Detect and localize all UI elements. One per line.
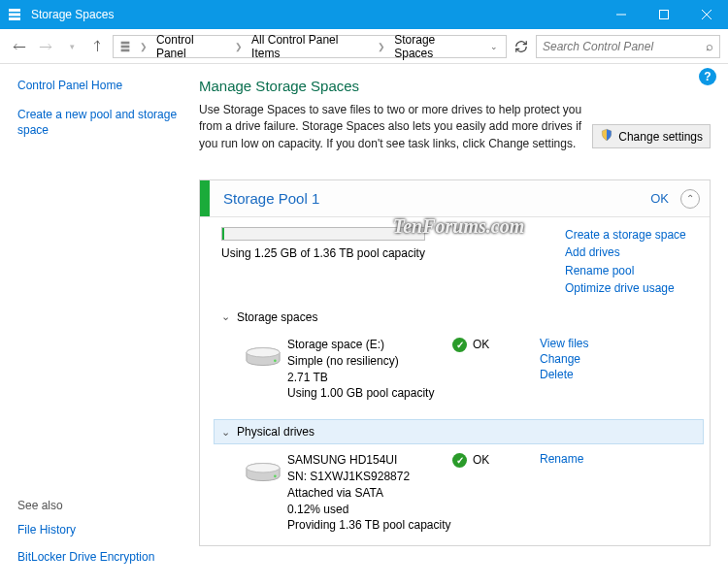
- svg-rect-9: [121, 49, 130, 51]
- sidebar: Control Panel Home Create a new pool and…: [0, 64, 189, 586]
- link-optimize[interactable]: Optimize drive usage: [565, 280, 696, 296]
- minimize-button[interactable]: [600, 0, 643, 29]
- drive-icon: [239, 452, 287, 534]
- change-settings-button[interactable]: Change settings: [592, 124, 711, 148]
- physical-drive-item: SAMSUNG HD154UI SN: S1XWJ1KS928872 Attac…: [221, 444, 696, 541]
- page-description: Use Storage Spaces to save files to two …: [199, 102, 587, 152]
- search-box[interactable]: ⌕: [536, 35, 720, 58]
- see-also-label: See also: [17, 499, 180, 512]
- chevron-down-icon: ⌄: [221, 426, 237, 439]
- sidebar-link-create-pool[interactable]: Create a new pool and storage space: [17, 107, 180, 138]
- drive-connection: Attached via SATA: [287, 485, 452, 502]
- svg-rect-1: [9, 14, 20, 16]
- link-delete-space[interactable]: Delete: [540, 368, 588, 381]
- svg-point-14: [247, 464, 280, 473]
- back-button[interactable]: 🡐: [8, 35, 31, 58]
- space-usage: Using 1.00 GB pool capacity: [287, 385, 452, 402]
- storage-space-item: Storage space (E:) Simple (no resiliency…: [221, 329, 696, 409]
- svg-rect-0: [9, 9, 20, 12]
- sidebar-link-bitlocker[interactable]: BitLocker Drive Encryption: [17, 549, 180, 565]
- close-button[interactable]: [685, 0, 728, 29]
- page-title: Manage Storage Spaces: [199, 78, 711, 94]
- pool-header[interactable]: Storage Pool 1 OK ⌃: [200, 180, 710, 217]
- help-icon[interactable]: ?: [699, 68, 716, 85]
- collapse-toggle[interactable]: ⌃: [680, 189, 700, 209]
- storage-pool-panel: Storage Pool 1 OK ⌃ Using 1.25 GB of 1.3…: [199, 179, 711, 546]
- sidebar-link-home[interactable]: Control Panel Home: [17, 78, 180, 93]
- sidebar-link-file-history[interactable]: File History: [17, 522, 180, 537]
- recent-dropdown[interactable]: ▾: [60, 35, 83, 58]
- pool-name: Storage Pool 1: [210, 190, 650, 207]
- breadcrumb-item[interactable]: All Control Panel Items: [249, 32, 371, 61]
- pool-status-stripe: [200, 180, 210, 216]
- forward-button[interactable]: 🡒: [34, 35, 57, 58]
- status-text: OK: [473, 453, 489, 467]
- capacity-text: Using 1.25 GB of 1.36 TB pool capacity: [221, 246, 565, 260]
- svg-rect-4: [660, 11, 669, 19]
- address-toolbar: 🡐 🡒 ▾ 🡑 ❯ Control Panel ❯ All Control Pa…: [0, 29, 728, 64]
- link-view-files[interactable]: View files: [540, 337, 588, 350]
- maximize-button[interactable]: [643, 0, 685, 29]
- shield-icon: [600, 128, 613, 145]
- breadcrumb-item[interactable]: Control Panel: [154, 32, 228, 61]
- status-ok-icon: ✓: [452, 338, 467, 352]
- status-text: OK: [473, 338, 489, 351]
- address-dropdown[interactable]: ⌄: [486, 42, 502, 51]
- change-settings-label: Change settings: [618, 130, 703, 144]
- address-bar[interactable]: ❯ Control Panel ❯ All Control Panel Item…: [113, 35, 507, 58]
- link-rename-drive[interactable]: Rename: [540, 452, 583, 466]
- space-size: 2.71 TB: [287, 370, 452, 386]
- section-storage-spaces[interactable]: ⌄ Storage spaces: [221, 306, 696, 329]
- refresh-button[interactable]: [510, 35, 533, 58]
- search-input[interactable]: [543, 40, 706, 53]
- chevron-right-icon[interactable]: ❯: [232, 42, 246, 51]
- link-add-drives[interactable]: Add drives: [565, 244, 696, 260]
- status-ok-icon: ✓: [452, 453, 467, 468]
- link-change-space[interactable]: Change: [540, 352, 588, 366]
- section-label: Physical drives: [237, 425, 314, 439]
- drive-name: SAMSUNG HD154UI: [287, 452, 452, 469]
- window-titlebar: Storage Spaces: [0, 0, 728, 29]
- section-physical-drives[interactable]: ⌄ Physical drives: [214, 419, 704, 444]
- chevron-right-icon[interactable]: ❯: [375, 42, 388, 51]
- link-create-space[interactable]: Create a storage space: [565, 227, 696, 243]
- pool-status-text: OK: [650, 191, 680, 206]
- drive-serial: SN: S1XWJ1KS928872: [287, 469, 452, 485]
- location-icon: [117, 39, 133, 54]
- search-icon[interactable]: ⌕: [706, 39, 713, 53]
- capacity-bar: [221, 227, 425, 241]
- content-pane: ? Manage Storage Spaces Use Storage Spac…: [189, 64, 728, 586]
- svg-point-11: [247, 347, 280, 357]
- svg-rect-2: [9, 17, 20, 20]
- drive-used: 0.12% used: [287, 502, 452, 518]
- link-rename-pool[interactable]: Rename pool: [565, 263, 696, 278]
- section-label: Storage spaces: [237, 310, 317, 324]
- chevron-down-icon: ⌄: [221, 310, 237, 323]
- svg-point-15: [274, 475, 277, 478]
- drive-icon: [239, 337, 287, 402]
- breadcrumb-item[interactable]: Storage Spaces: [392, 32, 479, 61]
- drive-providing: Providing 1.36 TB pool capacity: [287, 517, 452, 534]
- chevron-up-icon: ⌃: [686, 193, 694, 204]
- svg-rect-8: [121, 45, 130, 48]
- space-resiliency: Simple (no resiliency): [287, 353, 452, 370]
- app-icon: [0, 7, 29, 22]
- chevron-right-icon[interactable]: ❯: [137, 42, 150, 51]
- space-name: Storage space (E:): [287, 337, 452, 353]
- svg-rect-7: [121, 41, 130, 44]
- svg-point-12: [274, 359, 277, 362]
- window-title: Storage Spaces: [29, 8, 600, 21]
- up-button[interactable]: 🡑: [86, 35, 110, 58]
